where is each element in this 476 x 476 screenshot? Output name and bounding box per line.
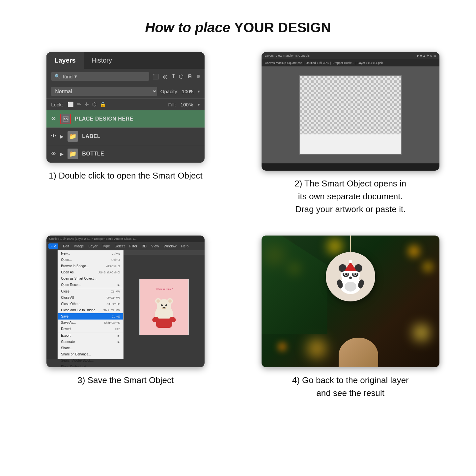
editor-right-area: Where is Santa? [124,250,205,359]
lock-fill-row: Lock: ⬜ ✏ ✛ ⬡ 🔒 Fill: 100% ▾ [46,99,205,110]
caption-4-line2: and see the result [316,388,384,398]
menu-view[interactable]: View [151,244,159,248]
menu-select[interactable]: Select [115,244,125,248]
menu-close-bridge[interactable]: Close and Go to Bridge...Shift+Ctrl+W [58,307,123,313]
menu-browse-bridge[interactable]: Browse in Bridge...Alt+Ctrl+O [58,263,123,269]
menu-save-as[interactable]: Save As...Shift+Ctrl+S [58,320,123,326]
bokeh-7 [423,262,433,272]
menu-open-recent[interactable]: Open Recent▶ [58,282,123,288]
tab-separator: | [304,61,304,65]
pixel-filter-icon[interactable]: ⬛ [153,73,159,80]
type-filter-icon[interactable]: T [172,73,175,79]
canvas-artwork-area: Where is Santa? [124,255,205,359]
layer-place-design[interactable]: 👁 SO PLACE DESIGN HERE [46,110,205,128]
visibility-eye-icon[interactable]: 👁 [51,116,56,122]
panel-tabs: Layers History [46,52,205,69]
tab-file-3[interactable]: Dropper-Bottle... [332,61,354,65]
caption-4-line1: 4) Go back to the original layer [292,375,409,385]
fill-value: 100% [181,102,193,107]
smartobject-filter-icon[interactable]: 🗎 [187,73,193,79]
cell-1: Layers History 🔍 Kind ▾ ⬛ ◎ T ⬡ 🗎 [26,52,225,216]
menu-share-behance[interactable]: Share on Behance... [58,351,123,357]
menu-edit[interactable]: Edit [63,244,69,248]
svg-text:SO: SO [64,118,68,121]
adjustment-filter-icon[interactable]: ◎ [163,73,168,80]
menu-window[interactable]: Window [164,244,177,248]
menu-export[interactable]: Export▶ [58,332,123,339]
topbar-filename: Untitled-1 @ 100% (Layer 2 c... × Droppe… [49,237,137,240]
tab-file-2[interactable]: Untitled-1 @ 39% [306,61,329,65]
page-title: How to place YOUR DESIGN [26,20,450,36]
ornament-disc [326,252,375,301]
menu-open-as[interactable]: Open As...Alt+Shift+Ctrl+O [58,269,123,275]
bokeh-4 [408,245,420,257]
shape-filter-icon[interactable]: ⬡ [179,73,183,80]
expand-arrow-icon-2[interactable]: ▶ [60,152,64,156]
menu-layer[interactable]: Layer [89,244,98,248]
menu-open[interactable]: Open...Ctrl+O [58,257,123,263]
bear-illustration: Where is Santa? [148,284,181,330]
cell-3: Untitled-1 @ 100% (Layer 2 c... × Droppe… [26,236,225,400]
folder-thumb: 📁 [68,131,78,142]
lock-artboard-icon[interactable]: ⬡ [92,101,97,107]
menu-help[interactable]: Help [181,244,189,248]
folder-thumb-2: 📁 [68,149,78,159]
bokeh-6 [327,239,342,254]
lock-image-icon[interactable]: ✏ [77,101,81,107]
opacity-label: Opacity: [160,89,179,94]
svg-point-12 [165,304,167,306]
svg-point-10 [168,299,172,303]
menu-close[interactable]: CloseCtrl+W [58,288,123,294]
menu-save[interactable]: SaveCtrl+S [58,313,123,320]
ps-layers-panel: Layers History 🔍 Kind ▾ ⬛ ◎ T ⬡ 🗎 [46,52,205,163]
menu-share[interactable]: Share... [58,345,123,351]
bokeh-8 [308,339,326,357]
visibility-eye-icon-2[interactable]: 👁 [51,133,56,139]
ps-file-menu-window: Untitled-1 @ 100% (Layer 2 c... × Droppe… [46,236,205,367]
title-emphasis: YOUR DESIGN [234,20,331,35]
layer-bottle[interactable]: 👁 ▶ 📁 BOTTLE [46,145,205,163]
menu-type[interactable]: Type [102,244,110,248]
caption-2-line3: Drag your artwork or paste it. [295,204,406,214]
opacity-arrow-icon: ▾ [198,89,200,94]
tab-layers[interactable]: Layers [46,52,84,69]
filter-icons: ⬛ ◎ T ⬡ 🗎 [153,73,200,80]
toolbar-icons: ▶ ■ ▲ ✛ ⊕ ⊞ [417,54,436,57]
caption-4: 4) Go back to the original layer and see… [292,374,409,400]
menu-place-embedded[interactable]: Place Embedded... [58,364,123,367]
expand-arrow-icon[interactable]: ▶ [60,134,64,139]
menu-open-smart[interactable]: Open as Smart Object... [58,275,123,282]
menu-close-all[interactable]: Close AllAlt+Ctrl+W [58,294,123,301]
menu-filter[interactable]: Filter [129,244,137,248]
file-dropdown: New...Ctrl+N Open...Ctrl+O Browse in Bri… [58,250,124,359]
menu-file[interactable]: File [48,243,58,249]
hand-shape [339,338,378,367]
tab-file-1[interactable]: Canvas-Mockup-Square.psd [265,61,302,65]
tab-file-4[interactable]: Layer 1111111.psk [358,61,383,65]
kind-search-box[interactable]: 🔍 Kind ▾ [51,72,149,81]
menu-revert[interactable]: RevertF12 [58,326,123,332]
layer-label[interactable]: 👁 ▶ 📁 LABEL [46,128,205,145]
lock-position-icon[interactable]: ✛ [85,101,89,107]
lock-all-icon[interactable]: 🔒 [100,101,106,107]
menu-search-stock[interactable]: Search Adobe Stock... [58,357,123,364]
fill-label: Fill: [168,102,176,107]
menu-image[interactable]: Image [74,244,84,248]
tab-history[interactable]: History [84,52,120,69]
menu-close-others[interactable]: Close OthersAlt+Ctrl+P [58,301,123,307]
artwork-canvas: Where is Santa? [139,279,189,335]
svg-point-11 [161,304,163,306]
blend-mode-select[interactable]: Normal [51,87,157,96]
svg-point-31 [345,282,356,292]
caption-2-line1: 2) The Smart Object opens in [294,179,406,188]
menu-new[interactable]: New...Ctrl+N [58,250,123,257]
bokeh-3 [413,324,430,341]
panda-illustration [331,257,370,296]
lock-transparent-icon[interactable]: ⬜ [68,101,74,107]
visibility-eye-icon-3[interactable]: 👁 [51,151,56,157]
menu-3d[interactable]: 3D [142,244,147,248]
opacity-value: 100% [182,89,194,94]
svg-point-30 [349,260,352,263]
menu-generate[interactable]: Generate▶ [58,339,123,345]
toggle-filter-icon[interactable] [197,75,200,78]
